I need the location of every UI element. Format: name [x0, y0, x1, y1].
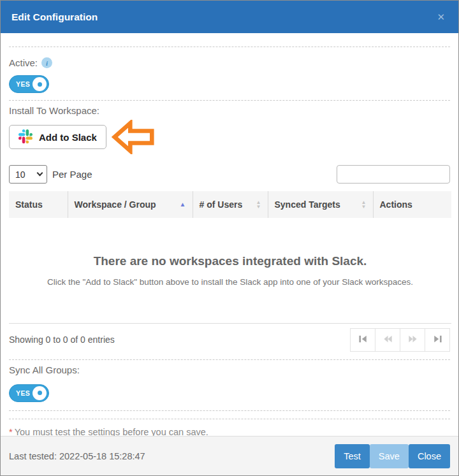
- modal-header: Edit Configuration ✕: [1, 1, 458, 33]
- sync-all-groups-toggle[interactable]: YES: [9, 384, 49, 402]
- section-divider: [9, 410, 450, 411]
- previous-page-button[interactable]: [375, 328, 400, 352]
- empty-state-row: There are no workspaces integrated with …: [9, 218, 451, 323]
- edit-configuration-modal: Edit Configuration ✕ Active: i YES Insta…: [0, 0, 459, 476]
- toggle-knob: [33, 77, 47, 91]
- table-controls-row: 10 Per Page: [9, 165, 450, 184]
- first-page-button[interactable]: [350, 328, 375, 352]
- active-label: Active:: [9, 57, 38, 68]
- empty-state-title: There are no workspaces integrated with …: [9, 254, 451, 268]
- column-header-workspace-group[interactable]: Workspace / Group ▲: [68, 191, 193, 218]
- add-to-slack-label: Add to Slack: [39, 132, 97, 143]
- section-divider: [9, 419, 450, 419]
- per-page-select-wrap: 10: [9, 165, 47, 184]
- active-label-row: Active: i: [9, 57, 450, 68]
- sync-toggle-label: YES: [16, 389, 30, 397]
- info-icon[interactable]: i: [41, 57, 52, 68]
- sort-both-icon[interactable]: ▲▼: [361, 200, 367, 209]
- save-button[interactable]: Save: [370, 444, 409, 468]
- test-button[interactable]: Test: [335, 444, 370, 468]
- add-to-slack-button[interactable]: Add to Slack: [9, 125, 106, 149]
- per-page-control: 10 Per Page: [9, 165, 92, 184]
- column-header-status[interactable]: Status: [9, 191, 68, 218]
- column-header-num-users[interactable]: # of Users ▲▼: [193, 191, 268, 218]
- modal-footer: Last tested: 2022-05-18 15:28:47 Test Sa…: [1, 436, 458, 475]
- empty-state-cell: There are no workspaces integrated with …: [9, 218, 451, 323]
- close-icon[interactable]: ✕: [437, 12, 445, 22]
- table-search-input[interactable]: [337, 165, 450, 184]
- entries-summary: Showing 0 to 0 of 0 entries: [9, 335, 115, 345]
- footer-buttons: Test Save Close: [335, 444, 450, 468]
- workspaces-table: Status Workspace / Group ▲ # of Users ▲▼: [9, 191, 451, 324]
- sync-label-row: Sync All Groups:: [9, 364, 450, 375]
- column-header-actions: Actions: [373, 191, 451, 218]
- next-page-icon: [408, 335, 418, 345]
- install-to-workspace-label: Install To Workspace:: [9, 105, 99, 116]
- section-divider: [9, 359, 450, 360]
- empty-state-subtitle: Click the "Add to Slack" button above to…: [9, 277, 451, 287]
- next-page-button[interactable]: [400, 328, 425, 352]
- per-page-label: Per Page: [52, 169, 92, 180]
- close-button[interactable]: Close: [409, 444, 450, 468]
- per-page-select[interactable]: 10: [9, 165, 47, 184]
- slack-logo-icon: [18, 129, 33, 145]
- last-tested-text: Last tested: 2022-05-18 15:28:47: [9, 451, 145, 461]
- install-label-row: Install To Workspace:: [9, 105, 450, 116]
- orange-left-arrow-icon: [112, 120, 155, 154]
- table-summary-row: Showing 0 to 0 of 0 entries: [9, 328, 450, 352]
- toggle-knob: [33, 386, 47, 400]
- table-header-row: Status Workspace / Group ▲ # of Users ▲▼: [9, 191, 451, 218]
- slack-button-row: Add to Slack: [9, 120, 450, 154]
- last-page-icon: [433, 335, 442, 345]
- section-divider: [9, 100, 450, 101]
- modal-body: Active: i YES Install To Workspace:: [1, 47, 458, 437]
- active-toggle[interactable]: YES: [9, 75, 49, 93]
- modal-title: Edit Configuration: [11, 11, 98, 23]
- active-toggle-label: YES: [16, 80, 30, 88]
- column-header-synced-targets[interactable]: Synced Targets ▲▼: [268, 191, 373, 218]
- sync-all-groups-label: Sync All Groups:: [9, 364, 80, 375]
- sort-ascending-icon[interactable]: ▲: [180, 201, 186, 208]
- pagination: [350, 328, 450, 352]
- previous-page-icon: [383, 335, 393, 345]
- first-page-icon: [358, 335, 368, 345]
- section-divider: [9, 47, 450, 47]
- last-page-button[interactable]: [425, 328, 450, 352]
- sort-both-icon[interactable]: ▲▼: [256, 200, 261, 209]
